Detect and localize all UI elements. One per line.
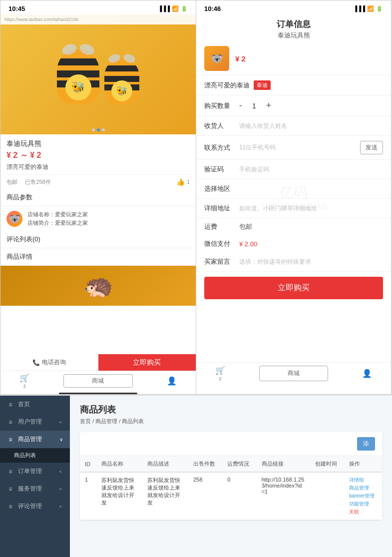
shipping-label: 包邮 已售258件: [6, 178, 51, 186]
action-detail[interactable]: 详情组: [349, 477, 377, 484]
sidebar-item-reviews[interactable]: ≡ 评论管理 ＜: [0, 498, 70, 515]
dot-3: [102, 128, 105, 131]
detail-image: 🦔: [0, 266, 196, 306]
code-input[interactable]: 手机验证码: [239, 165, 383, 174]
address-input[interactable]: 如街道、小区门牌等详细地址: [239, 204, 383, 213]
nav-cart-left[interactable]: 🛒 2: [0, 371, 48, 391]
remarks-field: 买家留言 选填：对快递等的特殊要求: [196, 252, 391, 272]
action-banner-manage[interactable]: banner管理: [349, 493, 377, 500]
action-product-manage[interactable]: 商品管理: [349, 485, 377, 492]
product-tag: 泰迪: [254, 80, 271, 90]
receiver-input[interactable]: 请输入收货人姓名: [239, 122, 383, 130]
product-desc-text: 漂亮可爱的泰迪: [204, 81, 250, 90]
right-status-time: 10:46: [204, 5, 221, 12]
pay-row: 微信支付 ¥ 2.00: [196, 235, 391, 252]
product-desc: 漂亮可爱的泰迪: [6, 163, 190, 171]
nav-mall-right[interactable]: 商城: [259, 366, 328, 381]
right-bottom-nav: 🛒 2 商城 👤: [196, 362, 391, 384]
action-func-manage[interactable]: 功能管理: [349, 501, 377, 508]
nav-cart-right[interactable]: 🛒 2: [196, 363, 244, 384]
cell-actions: 详情组 商品管理 banner管理 功能管理 关联: [344, 472, 382, 520]
shipping-value: 包邮: [239, 222, 252, 231]
thumb-icon: 👍: [176, 178, 185, 186]
nav-user-left[interactable]: 👤: [148, 371, 196, 391]
send-code-button[interactable]: 发送: [360, 141, 383, 154]
product-name: 泰迪玩具熊: [6, 139, 190, 148]
bee-1: 🐝: [57, 44, 99, 104]
shipping-label: 运费: [204, 222, 239, 231]
left-status-bar: 10:45 ▐▐▐ 📶 🔋: [0, 0, 196, 14]
order-header: 订单信息 泰迪玩具熊: [196, 14, 391, 42]
code-field: 验证码 手机验证码: [196, 160, 391, 179]
wifi-icon-r: 📶: [367, 5, 374, 12]
nav-user-right[interactable]: 👤: [343, 363, 391, 384]
product-image-area: https://www.taobao.com/taihao32156 🐝: [0, 14, 196, 134]
col-link: 商品链接: [257, 456, 310, 472]
top-row: 10:45 ▐▐▐ 📶 🔋 https://www.taobao.com/tai…: [0, 0, 392, 395]
params-section-header: 商品参数: [0, 189, 196, 206]
qty-number: 1: [252, 102, 256, 110]
signal-icon-r: ▐▐▐: [354, 5, 365, 11]
admin-table-wrapper: 添 ID 商品名称 商品描述 出售件数 运费情况 商品链接 创建时间 操作: [80, 432, 382, 520]
qty-row: 购买数量 - 1 +: [196, 95, 391, 116]
wifi-icon: 📶: [172, 5, 179, 12]
cell-shipping: 0: [222, 472, 256, 520]
shop-info: 🐨 店铺名称：爱爱玩家之家 店铺简介：爱爱玩家之家: [0, 206, 196, 231]
contact-input[interactable]: 11位手机号码: [239, 143, 360, 152]
add-product-button[interactable]: 添: [357, 437, 375, 451]
sidebar-sub-product-list[interactable]: 商品列表: [0, 448, 70, 463]
action-delete[interactable]: 关联: [349, 509, 377, 516]
user-icon-left: 👤: [167, 376, 177, 386]
sidebar-item-users[interactable]: ≡ 用户管理 ＜: [0, 413, 70, 431]
products-table: ID 商品名称 商品描述 出售件数 运费情况 商品链接 创建时间 操作 1: [80, 456, 382, 520]
orders-arrow-icon: ＜: [58, 468, 63, 475]
right-status-icons: ▐▐▐ 📶 🔋: [354, 5, 383, 12]
order-product-row: 🐨 ¥ 2: [196, 42, 391, 75]
nav-mall-left[interactable]: 商城: [63, 374, 132, 388]
qty-minus-button[interactable]: -: [239, 100, 242, 111]
battery-icon-r: 🔋: [376, 5, 383, 12]
detail-section-header: 商品详情: [0, 248, 196, 266]
receiver-label: 收货人: [204, 121, 239, 130]
phone-icon: 📞: [32, 359, 40, 366]
admin-main-content: 商品列表 首页 / 商品管理 / 商品列表 添 ID 商品名称 商品描述 出售件…: [70, 396, 392, 557]
sidebar-item-home[interactable]: ≡ 首页: [0, 396, 70, 413]
col-action: 操作: [344, 456, 382, 472]
admin-page-title: 商品列表: [80, 404, 382, 416]
dot-2: [97, 128, 100, 131]
cell-link: http://10.168.1.253/home/index?id=1: [257, 472, 310, 520]
cell-sold: 258: [188, 472, 222, 520]
cell-desc: 苏利鼠发货快速反馈给上来就发哈设计开发: [142, 472, 188, 520]
sidebar-item-products[interactable]: ≡ 商品管理 ∨: [0, 431, 70, 448]
address-label: 详细地址: [204, 204, 239, 213]
col-time: 创建时间: [310, 456, 344, 472]
admin-panel: ≡ 首页 ≡ 用户管理 ＜ ≡ 商品管理 ∨ 商品列表 ≡: [0, 395, 392, 557]
order-buy-button[interactable]: 立即购买: [204, 277, 383, 299]
bees-image: 🐝 🐝: [57, 14, 139, 134]
left-phone-screen: 10:45 ▐▐▐ 📶 🔋 https://www.taobao.com/tai…: [0, 0, 196, 395]
sidebar-item-services[interactable]: ≡ 服务管理 ＜: [0, 480, 70, 498]
shop-avatar: 🐨: [6, 211, 22, 227]
table-row: 1 苏利鼠发货快速反馈给上来就发哈设计开发 苏利鼠发货快速反馈给上来就发哈设计开…: [80, 472, 382, 520]
remarks-input[interactable]: 选填：对快递等的特殊要求: [239, 258, 383, 266]
order-title: 订单信息: [196, 18, 391, 30]
like-count: 👍 1: [176, 178, 190, 186]
home-icon: ≡: [7, 401, 14, 408]
order-product-image: 🐨: [204, 46, 229, 71]
col-id: ID: [80, 456, 96, 472]
sidebar-item-orders[interactable]: ≡ 订单管理 ＜: [0, 463, 70, 480]
pay-label: 微信支付: [204, 239, 239, 248]
remarks-label: 买家留言: [204, 257, 239, 266]
reviews-arrow-icon: ＜: [58, 503, 63, 510]
buy-now-button[interactable]: 立即购买: [98, 354, 196, 371]
cell-name: 苏利鼠发货快速反馈给上来就发哈设计开发: [96, 472, 142, 520]
pay-value: ¥ 2.00: [239, 240, 257, 248]
bee-2: 🐝: [104, 54, 139, 104]
url-bar: https://www.taobao.com/taihao32156: [0, 14, 196, 24]
shop-details: 店铺名称：爱爱玩家之家 店铺简介：爱爱玩家之家: [27, 210, 88, 227]
consult-button[interactable]: 📞 电话咨询: [0, 354, 98, 371]
products-icon: ≡: [7, 436, 14, 443]
user-icon-right: 👤: [362, 369, 372, 378]
image-dots: [92, 128, 105, 131]
qty-plus-button[interactable]: +: [266, 100, 272, 111]
